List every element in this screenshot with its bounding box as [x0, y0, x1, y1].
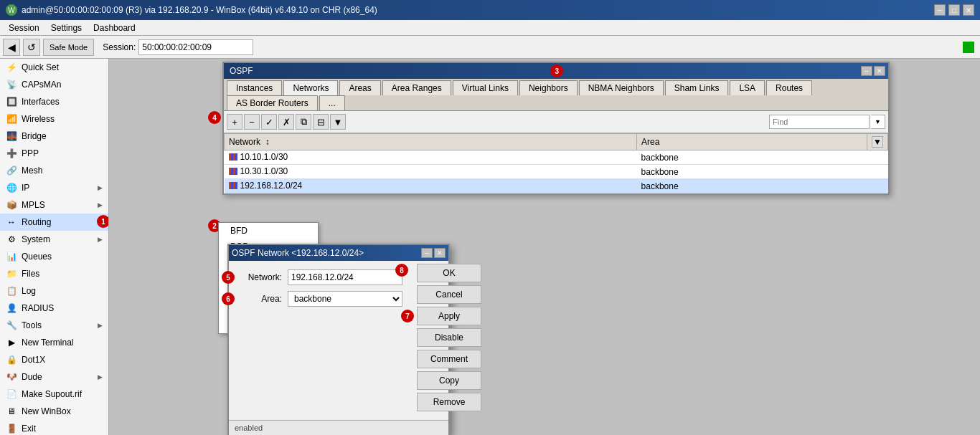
network-input[interactable]: [288, 269, 402, 285]
menu-session[interactable]: Session: [3, 21, 45, 34]
table-row[interactable]: 10.30.1.0/30 backbone: [225, 165, 888, 179]
comment-button[interactable]: Comment: [417, 350, 481, 368]
sidebar-item-quick-set[interactable]: ⚡ Quick Set: [0, 59, 108, 76]
tab-virtual-links[interactable]: Virtual Links: [453, 80, 518, 95]
network-row: 5 Network:: [237, 269, 402, 285]
sidebar-item-ip[interactable]: 🌐 IP ▶: [0, 179, 108, 196]
tab-area-ranges[interactable]: Area Ranges: [382, 80, 451, 95]
sidebar-item-files[interactable]: 📁 Files: [0, 265, 108, 282]
table-row[interactable]: 192.168.12.0/24 backbone: [225, 179, 888, 193]
find-input[interactable]: [769, 115, 870, 129]
sidebar-item-new-terminal[interactable]: ▶ New Terminal: [0, 334, 108, 351]
dialog-form: 5 Network: 6 Area: backbone0.0.0.00.0.0.…: [229, 261, 411, 420]
content-area: BFD BGP Filters MME OSPF Prefix Lists RI…: [109, 59, 980, 435]
supout-icon: 📄: [6, 388, 17, 400]
tab-networks[interactable]: Networks: [283, 80, 338, 96]
sidebar: ⚡ Quick Set 📡 CAPsMAn 🔲 Interfaces 📶 Wir…: [0, 59, 109, 435]
dialog-content: 5 Network: 6 Area: backbone0.0.0.00.0.0.…: [229, 261, 448, 420]
sidebar-item-queues[interactable]: 📊 Queues: [0, 248, 108, 265]
col-expand: ▼: [867, 134, 888, 150]
files-icon: 📁: [6, 268, 17, 279]
safemode-button[interactable]: Safe Mode: [43, 39, 94, 56]
remove-btn[interactable]: −: [244, 114, 260, 130]
apply-button[interactable]: Apply: [417, 307, 481, 325]
sidebar-item-interfaces[interactable]: 🔲 Interfaces: [0, 93, 108, 110]
col-network: Network ↕: [225, 134, 637, 150]
network-cell: 10.30.1.0/30: [225, 165, 637, 179]
paste-btn[interactable]: ⊟: [313, 114, 329, 130]
tab-more[interactable]: ...: [319, 95, 345, 110]
sidebar-item-tools[interactable]: 🔧 Tools ▶: [0, 317, 108, 334]
menu-dashboard[interactable]: Dashboard: [88, 21, 141, 34]
dialog-title-text: OSPF Network <192.168.12.0/24>: [232, 248, 364, 258]
session-input[interactable]: [138, 39, 253, 55]
ok-button[interactable]: OK: [417, 264, 481, 282]
badge-4: 4: [208, 111, 221, 124]
sidebar-item-ppp[interactable]: ➕ PPP: [0, 145, 108, 162]
area-select[interactable]: backbone0.0.0.00.0.0.1: [288, 291, 402, 307]
mpls-arrow: ▶: [98, 201, 103, 209]
maximize-button[interactable]: □: [948, 4, 960, 16]
tab-areas[interactable]: Areas: [339, 80, 380, 95]
add-btn[interactable]: +: [227, 114, 242, 130]
ospf-minimize-btn[interactable]: ─: [861, 66, 872, 76]
table-row[interactable]: 10.10.1.0/30 backbone: [225, 150, 888, 165]
enable-btn[interactable]: ✓: [261, 114, 277, 130]
ip-arrow: ▶: [98, 184, 103, 191]
sidebar-item-dude[interactable]: 🐶 Dude ▶: [0, 368, 108, 386]
minimize-button[interactable]: ─: [934, 4, 946, 16]
sidebar-item-routing[interactable]: ↔ Routing ▶ 1: [0, 214, 108, 231]
tab-sham-links[interactable]: Sham Links: [665, 80, 729, 95]
sidebar-item-mesh[interactable]: 🔗 Mesh: [0, 162, 108, 179]
sidebar-item-new-winbox[interactable]: 🖥 New WinBox: [0, 403, 108, 420]
sidebar-item-exit[interactable]: 🚪 Exit: [0, 420, 108, 435]
dude-arrow: ▶: [98, 373, 103, 381]
network-cell: 192.168.12.0/24: [225, 179, 637, 193]
tab-as-border-routers[interactable]: AS Border Routers: [227, 95, 318, 110]
ospf-tabs: Instances Networks Areas Area Ranges Vir…: [224, 79, 888, 111]
routing-icon: ↔: [6, 216, 17, 228]
sidebar-item-capsman[interactable]: 📡 CAPsMAn: [0, 76, 108, 93]
tab-nbma-neighbors[interactable]: NBMA Neighbors: [579, 80, 664, 95]
remove-button[interactable]: Remove: [417, 393, 481, 411]
tab-instances[interactable]: Instances: [227, 80, 282, 95]
network-label: Network:: [237, 272, 288, 282]
area-cell: backbone: [637, 165, 867, 179]
sidebar-item-log[interactable]: 📋 Log: [0, 282, 108, 300]
sidebar-item-bridge[interactable]: 🌉 Bridge: [0, 128, 108, 145]
sidebar-item-make-supout[interactable]: 📄 Make Supout.rif: [0, 386, 108, 403]
copy-item-btn[interactable]: ⧉: [296, 114, 311, 130]
dialog-status: enabled: [229, 420, 448, 435]
dude-icon: 🐶: [6, 371, 17, 383]
refresh-button[interactable]: ↺: [23, 39, 40, 56]
dialog-body: 5 Network: 6 Area: backbone0.0.0.00.0.0.…: [229, 261, 411, 321]
cancel-button[interactable]: Cancel: [417, 285, 481, 304]
context-menu-bfd[interactable]: BFD: [219, 223, 318, 239]
disable-btn[interactable]: ✗: [278, 114, 294, 130]
disable-button[interactable]: Disable: [417, 328, 481, 347]
log-icon: 📋: [6, 285, 17, 297]
networks-table: Network ↕ Area ▼: [224, 133, 888, 193]
ospf-toolbar: 4 + − ✓ ✗ ⧉ ⊟ ▼ ▼: [224, 111, 888, 133]
back-button[interactable]: ◀: [3, 39, 20, 56]
window-title: admin@50:00:00:02:00:09 (R3) via 192.168…: [22, 5, 377, 15]
tab-routes[interactable]: Routes: [766, 80, 812, 95]
ospf-close-btn[interactable]: ✕: [874, 66, 885, 76]
sidebar-item-wireless[interactable]: 📶 Wireless: [0, 110, 108, 128]
sidebar-item-radius[interactable]: 👤 RADIUS: [0, 300, 108, 317]
sidebar-item-dot1x[interactable]: 🔒 Dot1X: [0, 351, 108, 368]
tab-neighbors[interactable]: Neighbors: [519, 80, 578, 95]
copy-button[interactable]: Copy: [417, 371, 481, 390]
close-button[interactable]: ✕: [963, 4, 974, 16]
filter-btn[interactable]: ▼: [330, 114, 346, 130]
menu-settings[interactable]: Settings: [45, 21, 88, 34]
radius-icon: 👤: [6, 302, 17, 314]
tab-lsa[interactable]: LSA: [730, 80, 765, 95]
dialog-minimize-btn[interactable]: ─: [421, 248, 433, 258]
sidebar-item-mpls[interactable]: 📦 MPLS ▶: [0, 196, 108, 214]
system-icon: ⚙: [6, 234, 17, 245]
find-dropdown[interactable]: ▼: [871, 115, 885, 129]
area-cell: backbone: [637, 150, 867, 165]
sidebar-item-system[interactable]: ⚙ System ▶: [0, 231, 108, 248]
dialog-close-btn[interactable]: ✕: [434, 248, 446, 258]
